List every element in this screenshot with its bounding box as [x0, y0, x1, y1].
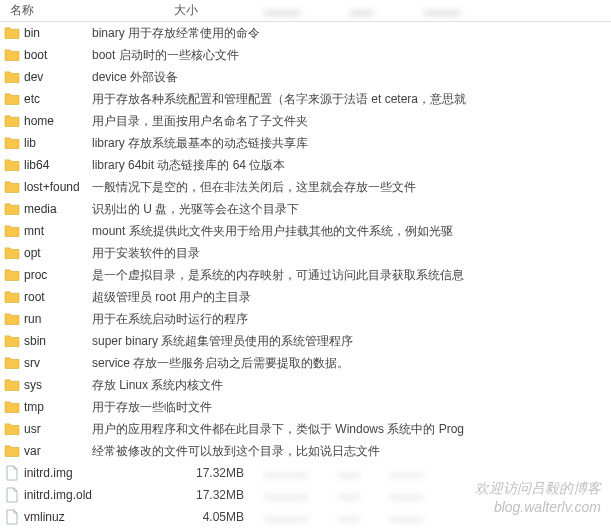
folder-name-label: etc: [24, 92, 40, 106]
folder-icon: [4, 47, 20, 63]
folder-icon: [4, 91, 20, 107]
folder-name-label: tmp: [24, 400, 44, 414]
folder-row[interactable]: liblibrary 存放系统最基本的动态链接共享库: [0, 132, 611, 154]
file-blurred-cols: ▬▬▬▬▬▬▬▬▬: [264, 467, 607, 479]
folder-name-label: lib: [24, 136, 36, 150]
folder-icon: [4, 135, 20, 151]
folder-name-label: usr: [24, 422, 41, 436]
folder-row[interactable]: bootboot 启动时的一些核心文件: [0, 44, 611, 66]
file-name-cell: initrd.img.old: [4, 487, 174, 503]
watermark-line2: blog.walterlv.com: [475, 498, 601, 518]
folder-icon: [4, 333, 20, 349]
file-size: 4.05MB: [174, 510, 264, 524]
folder-description: 用于在系统启动时运行的程序: [90, 311, 607, 328]
folder-icon: [4, 113, 20, 129]
folder-description: 用户目录，里面按用户名命名了子文件夹: [90, 113, 607, 130]
column-header-row: 名称 大小 ▬▬▬▬▬▬▬▬: [0, 0, 611, 22]
folder-row[interactable]: media识别出的 U 盘，光驱等会在这个目录下: [0, 198, 611, 220]
folder-name-cell: home: [4, 113, 90, 129]
folder-name-label: srv: [24, 356, 40, 370]
folder-icon: [4, 289, 20, 305]
folder-description: boot 启动时的一些核心文件: [90, 47, 607, 64]
folder-description: 识别出的 U 盘，光驱等会在这个目录下: [90, 201, 607, 218]
folder-icon: [4, 311, 20, 327]
folder-name-cell: usr: [4, 421, 90, 437]
folder-description: 一般情况下是空的，但在非法关闭后，这里就会存放一些文件: [90, 179, 607, 196]
folder-name-label: bin: [24, 26, 40, 40]
folder-row[interactable]: mntmount 系统提供此文件夹用于给用户挂载其他的文件系统，例如光驱: [0, 220, 611, 242]
folder-icon: [4, 267, 20, 283]
folder-name-label: lib64: [24, 158, 49, 172]
folder-row[interactable]: lib64library 64bit 动态链接库的 64 位版本: [0, 154, 611, 176]
folder-name-label: var: [24, 444, 41, 458]
folder-row[interactable]: proc是一个虚拟目录，是系统的内存映射，可通过访问此目录获取系统信息: [0, 264, 611, 286]
folder-row[interactable]: run用于在系统启动时运行的程序: [0, 308, 611, 330]
folder-row[interactable]: tmp用于存放一些临时文件: [0, 396, 611, 418]
folder-row[interactable]: root超级管理员 root 用户的主目录: [0, 286, 611, 308]
folder-row[interactable]: devdevice 外部设备: [0, 66, 611, 88]
folder-name-label: sys: [24, 378, 42, 392]
folder-name-label: boot: [24, 48, 47, 62]
folder-name-label: dev: [24, 70, 43, 84]
folder-name-label: sbin: [24, 334, 46, 348]
folder-icon: [4, 179, 20, 195]
folder-icon: [4, 245, 20, 261]
folder-name-label: lost+found: [24, 180, 80, 194]
folder-description: 经常被修改的文件可以放到这个目录，比如说日志文件: [90, 443, 607, 460]
folder-row[interactable]: etc用于存放各种系统配置和管理配置（名字来源于法语 et cetera，意思就: [0, 88, 611, 110]
watermark: 欢迎访问吕毅的博客 blog.walterlv.com: [475, 479, 601, 518]
folder-row[interactable]: lost+found一般情况下是空的，但在非法关闭后，这里就会存放一些文件: [0, 176, 611, 198]
folder-icon: [4, 69, 20, 85]
folder-name-cell: bin: [4, 25, 90, 41]
folder-description: binary 用于存放经常使用的命令: [90, 25, 607, 42]
column-header-size[interactable]: 大小: [174, 2, 264, 19]
folder-row[interactable]: home用户目录，里面按用户名命名了子文件夹: [0, 110, 611, 132]
folder-icon: [4, 157, 20, 173]
folder-name-label: media: [24, 202, 57, 216]
file-name-cell: initrd.img: [4, 465, 174, 481]
folder-name-cell: run: [4, 311, 90, 327]
file-name-cell: vmlinuz: [4, 509, 174, 525]
file-icon: [4, 465, 20, 481]
folder-description: 用于存放一些临时文件: [90, 399, 607, 416]
folder-row[interactable]: var经常被修改的文件可以放到这个目录，比如说日志文件: [0, 440, 611, 462]
folder-icon: [4, 421, 20, 437]
folder-name-cell: dev: [4, 69, 90, 85]
folder-name-cell: srv: [4, 355, 90, 371]
folder-name-cell: media: [4, 201, 90, 217]
folder-row[interactable]: binbinary 用于存放经常使用的命令: [0, 22, 611, 44]
folder-description: super binary 系统超集管理员使用的系统管理程序: [90, 333, 607, 350]
folder-name-cell: root: [4, 289, 90, 305]
folder-name-cell: sys: [4, 377, 90, 393]
column-header-name[interactable]: 名称: [4, 2, 174, 19]
folder-icon: [4, 443, 20, 459]
column-header-blurred: ▬▬▬▬▬▬▬▬: [264, 4, 607, 18]
file-icon: [4, 509, 20, 525]
folder-description: library 存放系统最基本的动态链接共享库: [90, 135, 607, 152]
folder-name-label: run: [24, 312, 41, 326]
folder-description: 存放 Linux 系统内核文件: [90, 377, 607, 394]
folder-name-cell: boot: [4, 47, 90, 63]
folder-name-label: proc: [24, 268, 47, 282]
file-name-label: initrd.img: [24, 466, 73, 480]
file-name-label: vmlinuz: [24, 510, 65, 524]
folder-name-label: opt: [24, 246, 41, 260]
folder-name-cell: proc: [4, 267, 90, 283]
folder-description: mount 系统提供此文件夹用于给用户挂载其他的文件系统，例如光驱: [90, 223, 607, 240]
folder-row[interactable]: sys存放 Linux 系统内核文件: [0, 374, 611, 396]
file-size: 17.32MB: [174, 488, 264, 502]
folder-icon: [4, 399, 20, 415]
folder-icon: [4, 223, 20, 239]
folder-icon: [4, 201, 20, 217]
folder-row[interactable]: usr用户的应用程序和文件都在此目录下，类似于 Windows 系统中的 Pro…: [0, 418, 611, 440]
folder-description: 用于存放各种系统配置和管理配置（名字来源于法语 et cetera，意思就: [90, 91, 607, 108]
folder-row[interactable]: opt用于安装软件的目录: [0, 242, 611, 264]
folder-name-cell: tmp: [4, 399, 90, 415]
folder-name-cell: opt: [4, 245, 90, 261]
folder-description: device 外部设备: [90, 69, 607, 86]
folder-description: service 存放一些服务启动之后需要提取的数据。: [90, 355, 607, 372]
folder-description: library 64bit 动态链接库的 64 位版本: [90, 157, 607, 174]
folder-row[interactable]: sbinsuper binary 系统超集管理员使用的系统管理程序: [0, 330, 611, 352]
folder-icon: [4, 25, 20, 41]
folder-row[interactable]: srvservice 存放一些服务启动之后需要提取的数据。: [0, 352, 611, 374]
